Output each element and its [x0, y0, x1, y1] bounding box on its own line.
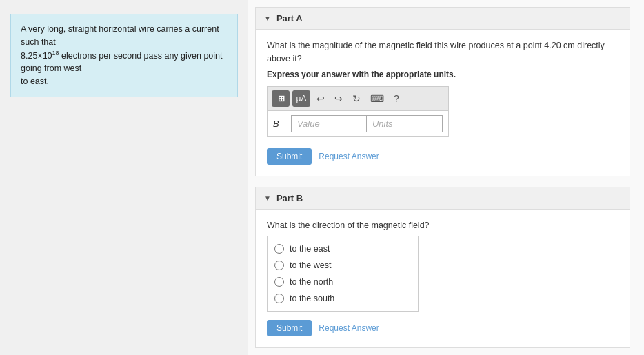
redo-button[interactable]: ↪: [331, 90, 346, 107]
part-a-toolbar: ⊞ μA ↩ ↪ ↻ ⌨ ?: [268, 87, 448, 111]
units-input[interactable]: [367, 115, 443, 132]
undo-button[interactable]: ↩: [313, 90, 328, 107]
radio-west[interactable]: [274, 261, 284, 270]
left-panel: A very long, straight horizontal wire ca…: [0, 0, 248, 355]
right-panel: ▼ Part A What is the magnitude of the ma…: [248, 0, 644, 355]
radio-option-east[interactable]: to the east: [274, 241, 411, 257]
part-a-button-row: Submit Request Answer: [267, 148, 618, 165]
part-b-submit-button[interactable]: Submit: [267, 320, 312, 336]
part-b-header: ▼ Part B: [256, 187, 630, 210]
part-a-answer-box: ⊞ μA ↩ ↪ ↻ ⌨ ? B =: [267, 86, 449, 137]
part-a-submit-button[interactable]: Submit: [267, 148, 312, 165]
part-a-question: What is the magnitude of the magnetic fi…: [267, 39, 618, 65]
help-button[interactable]: ?: [390, 90, 403, 107]
refresh-button[interactable]: ↻: [349, 90, 364, 107]
part-a-request-link[interactable]: Request Answer: [319, 152, 379, 161]
problem-text-line4: to east.: [21, 77, 49, 86]
radio-east[interactable]: [274, 244, 284, 254]
part-a-header: ▼ Part A: [256, 8, 630, 30]
radio-option-west[interactable]: to the west: [274, 257, 411, 274]
part-a-section: ▼ Part A What is the magnitude of the ma…: [255, 7, 630, 176]
part-b-question: What is the direction of the magnetic fi…: [267, 219, 618, 232]
part-b-title: Part B: [276, 193, 303, 203]
radio-label-west: to the west: [290, 261, 331, 270]
part-a-input-row: B =: [268, 111, 448, 136]
part-a-title: Part A: [276, 13, 303, 23]
grid-button[interactable]: ⊞: [272, 90, 290, 107]
part-a-collapse-icon[interactable]: ▼: [264, 14, 271, 22]
radio-south[interactable]: [274, 294, 284, 303]
part-b-body: What is the direction of the magnetic fi…: [256, 210, 630, 348]
b-label: B =: [273, 119, 287, 129]
problem-text-line2: 8.25×10: [21, 51, 52, 61]
part-b-collapse-icon[interactable]: ▼: [264, 194, 271, 202]
radio-label-north: to the north: [290, 277, 333, 287]
radio-north[interactable]: [274, 277, 284, 287]
problem-exponent: 18: [52, 50, 59, 57]
part-b-button-row: Submit Request Answer: [267, 320, 618, 336]
keyboard-button[interactable]: ⌨: [367, 90, 388, 107]
part-a-body: What is the magnitude of the magnetic fi…: [256, 30, 630, 176]
value-input[interactable]: [291, 115, 367, 132]
problem-box: A very long, straight horizontal wire ca…: [10, 14, 238, 97]
radio-option-south[interactable]: to the south: [274, 290, 411, 307]
part-a-express: Express your answer with the appropriate…: [267, 70, 618, 79]
radio-label-south: to the south: [290, 294, 334, 303]
part-b-request-link[interactable]: Request Answer: [319, 323, 379, 333]
mu-button[interactable]: μA: [292, 90, 310, 107]
radio-label-east: to the east: [290, 244, 330, 254]
part-b-section: ▼ Part B What is the direction of the ma…: [255, 187, 630, 349]
part-b-radio-box: to the eastto the westto the northto the…: [267, 236, 419, 312]
radio-option-north[interactable]: to the north: [274, 274, 411, 290]
problem-text-line1: A very long, straight horizontal wire ca…: [21, 24, 219, 47]
